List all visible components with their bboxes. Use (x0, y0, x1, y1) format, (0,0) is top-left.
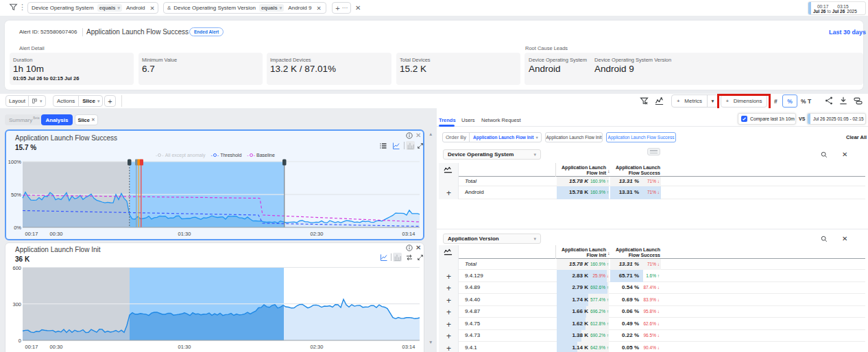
svg-text:50%: 50% (11, 192, 21, 198)
svg-text:02:30: 02:30 (311, 231, 324, 237)
svg-text:300: 300 (12, 301, 21, 307)
svg-text:00:17: 00:17 (25, 231, 38, 237)
svg-text:02:30: 02:30 (311, 344, 324, 350)
svg-text:0: 0 (19, 338, 21, 344)
svg-text:03:14: 03:14 (402, 344, 415, 350)
svg-text:00:30: 00:30 (50, 231, 63, 237)
svg-text:01:30: 01:30 (178, 344, 191, 350)
svg-text:01:30: 01:30 (178, 231, 191, 237)
svg-text:0%: 0% (14, 225, 21, 231)
svg-text:100%: 100% (8, 159, 22, 165)
svg-text:00:30: 00:30 (50, 344, 63, 350)
svg-text:600: 600 (12, 265, 21, 271)
svg-text:00:17: 00:17 (25, 344, 38, 350)
svg-text:03:14: 03:14 (402, 231, 415, 237)
